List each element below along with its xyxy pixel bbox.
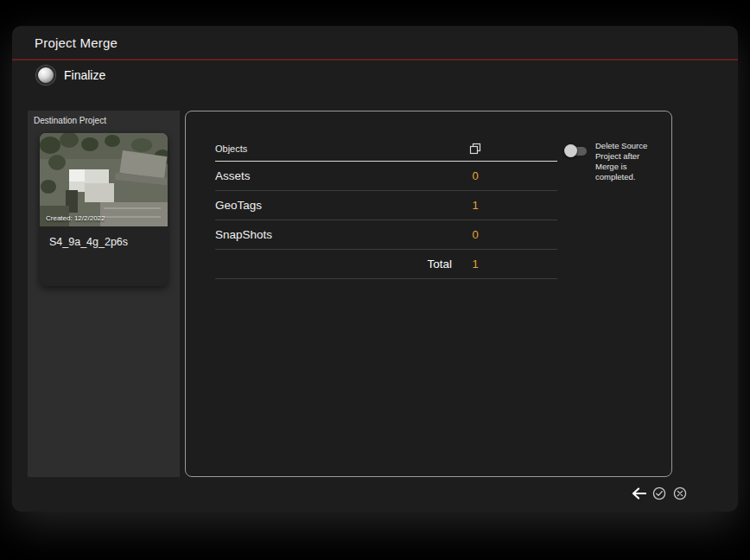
destination-project-panel: Destination Project (28, 111, 180, 477)
row-label: Assets (215, 169, 466, 182)
finalize-step: Finalize (36, 66, 105, 85)
delete-source-label: Delete Source Project after Merge is com… (595, 141, 651, 182)
created-date-label: Created: 12/2/2022 (46, 214, 105, 222)
table-row: GeoTags 1 (215, 191, 557, 220)
row-value: 1 (466, 199, 485, 212)
confirm-button[interactable] (651, 486, 667, 501)
row-value: 0 (466, 228, 485, 241)
objects-table-header: Objects (215, 136, 557, 162)
step-label: Finalize (64, 68, 105, 82)
row-label: GeoTags (215, 199, 466, 212)
project-thumbnail: Created: 12/2/2022 (40, 133, 168, 226)
total-row: Total 1 (215, 250, 557, 279)
table-row: SnapShots 0 (215, 220, 557, 250)
destination-panel-label: Destination Project (28, 111, 180, 125)
row-value: 0 (466, 169, 485, 182)
back-button[interactable] (631, 486, 646, 501)
delete-source-toggle-group: Delete Source Project after Merge is com… (564, 141, 664, 182)
title-divider (12, 59, 738, 60)
footer-actions (631, 486, 688, 501)
total-label: Total (215, 258, 466, 270)
destination-project-card: Created: 12/2/2022 S4_9a_4g_2p6s (40, 133, 168, 286)
row-label: SnapShots (215, 228, 466, 241)
step-orb-icon (36, 66, 55, 85)
toggle-knob (564, 144, 577, 157)
project-merge-window: Project Merge Finalize Destination Proje… (12, 26, 738, 512)
total-value: 1 (466, 258, 485, 270)
back-arrow-icon (632, 487, 646, 500)
table-row: Assets 0 (215, 162, 557, 191)
project-name: S4_9a_4g_2p6s (40, 226, 168, 286)
check-circle-icon (652, 487, 666, 500)
page-title: Project Merge (35, 35, 118, 50)
delete-source-toggle[interactable] (564, 144, 588, 157)
merge-summary-panel: Objects Assets 0 GeoTags 1 SnapShots 0 (185, 111, 672, 477)
satellite-image (40, 133, 168, 226)
objects-header-label: Objects (215, 143, 466, 154)
close-circle-icon (673, 487, 687, 500)
close-button[interactable] (672, 486, 688, 501)
objects-table: Objects Assets 0 GeoTags 1 SnapShots 0 (215, 136, 557, 279)
stacked-layers-icon (466, 143, 485, 155)
